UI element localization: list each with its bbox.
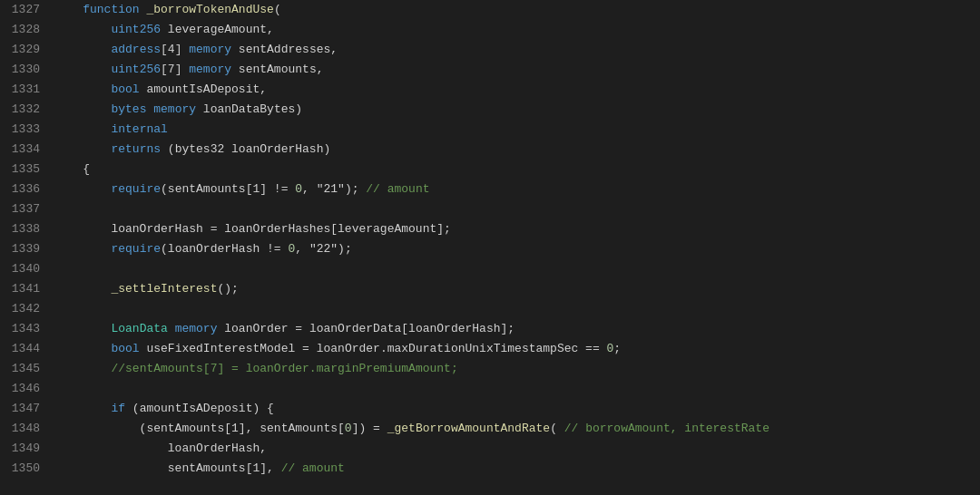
line-number: 1346 bbox=[0, 379, 54, 399]
line-code: //sentAmounts[7] = loanOrder.marginPremi… bbox=[54, 359, 458, 379]
line-number: 1332 bbox=[0, 100, 54, 120]
line-code: internal bbox=[54, 120, 168, 140]
line-number: 1340 bbox=[0, 259, 54, 279]
code-line: 1344 bool useFixedInterestModel = loanOr… bbox=[0, 339, 980, 359]
code-line: 1342 bbox=[0, 299, 980, 319]
line-number: 1343 bbox=[0, 319, 54, 339]
code-line: 1345 //sentAmounts[7] = loanOrder.margin… bbox=[0, 359, 980, 379]
line-number: 1328 bbox=[0, 20, 54, 40]
line-code: LoanData memory loanOrder = loanOrderDat… bbox=[54, 319, 514, 339]
code-line: 1347 if (amountIsADeposit) { bbox=[0, 399, 980, 419]
line-number: 1338 bbox=[0, 219, 54, 239]
code-line: 1350 sentAmounts[1], // amount bbox=[0, 459, 980, 479]
code-line: 1340 bbox=[0, 259, 980, 279]
line-code: loanOrderHash = loanOrderHashes[leverage… bbox=[54, 219, 451, 239]
line-number: 1329 bbox=[0, 40, 54, 60]
line-code: (sentAmounts[1], sentAmounts[0]) = _getB… bbox=[54, 419, 769, 439]
code-line: 1336 require(sentAmounts[1] != 0, "21");… bbox=[0, 180, 980, 199]
code-line: 1343 LoanData memory loanOrder = loanOrd… bbox=[0, 319, 980, 339]
line-code: { bbox=[54, 160, 90, 180]
line-number: 1333 bbox=[0, 120, 54, 140]
line-code: address[4] memory sentAddresses, bbox=[54, 40, 338, 60]
line-code: loanOrderHash, bbox=[54, 439, 267, 459]
line-code: bytes memory loanDataBytes) bbox=[54, 100, 302, 120]
code-editor: 1327 function _borrowTokenAndUse(1328 ui… bbox=[0, 0, 980, 495]
code-line: 1328 uint256 leverageAmount, bbox=[0, 20, 980, 40]
code-line: 1346 bbox=[0, 379, 980, 399]
line-number: 1349 bbox=[0, 439, 54, 459]
line-number: 1335 bbox=[0, 160, 54, 180]
line-code: _settleInterest(); bbox=[54, 279, 239, 299]
line-number: 1342 bbox=[0, 299, 54, 319]
code-line: 1331 bool amountIsADeposit, bbox=[0, 80, 980, 100]
code-line: 1338 loanOrderHash = loanOrderHashes[lev… bbox=[0, 219, 980, 239]
line-code: function _borrowTokenAndUse( bbox=[54, 0, 281, 20]
code-line: 1330 uint256[7] memory sentAmounts, bbox=[0, 60, 980, 80]
code-line: 1333 internal bbox=[0, 120, 980, 140]
line-number: 1344 bbox=[0, 339, 54, 359]
code-line: 1341 _settleInterest(); bbox=[0, 279, 980, 299]
code-line: 1337 bbox=[0, 199, 980, 219]
line-code: require(sentAmounts[1] != 0, "21"); // a… bbox=[54, 180, 430, 199]
line-number: 1339 bbox=[0, 239, 54, 259]
line-code: bool useFixedInterestModel = loanOrder.m… bbox=[54, 339, 621, 359]
line-number: 1341 bbox=[0, 279, 54, 299]
code-line: 1349 loanOrderHash, bbox=[0, 439, 980, 459]
line-number: 1334 bbox=[0, 140, 54, 160]
line-number: 1330 bbox=[0, 60, 54, 80]
line-code: if (amountIsADeposit) { bbox=[54, 399, 274, 419]
line-number: 1331 bbox=[0, 80, 54, 100]
code-line: 1348 (sentAmounts[1], sentAmounts[0]) = … bbox=[0, 419, 980, 439]
line-number: 1336 bbox=[0, 180, 54, 199]
code-line: 1335 { bbox=[0, 160, 980, 180]
line-code: require(loanOrderHash != 0, "22"); bbox=[54, 239, 352, 259]
code-line: 1339 require(loanOrderHash != 0, "22"); bbox=[0, 239, 980, 259]
line-number: 1348 bbox=[0, 419, 54, 439]
code-line: 1332 bytes memory loanDataBytes) bbox=[0, 100, 980, 120]
line-number: 1347 bbox=[0, 399, 54, 419]
code-line: 1334 returns (bytes32 loanOrderHash) bbox=[0, 140, 980, 160]
line-number: 1337 bbox=[0, 199, 54, 219]
line-number: 1345 bbox=[0, 359, 54, 379]
line-code: returns (bytes32 loanOrderHash) bbox=[54, 140, 330, 160]
line-code: uint256 leverageAmount, bbox=[54, 20, 274, 40]
line-code: uint256[7] memory sentAmounts, bbox=[54, 60, 323, 80]
code-line: 1327 function _borrowTokenAndUse( bbox=[0, 0, 980, 20]
line-code: bool amountIsADeposit, bbox=[54, 80, 267, 100]
line-code: sentAmounts[1], // amount bbox=[54, 459, 345, 479]
line-number: 1350 bbox=[0, 459, 54, 479]
line-number: 1327 bbox=[0, 0, 54, 20]
code-line: 1329 address[4] memory sentAddresses, bbox=[0, 40, 980, 60]
